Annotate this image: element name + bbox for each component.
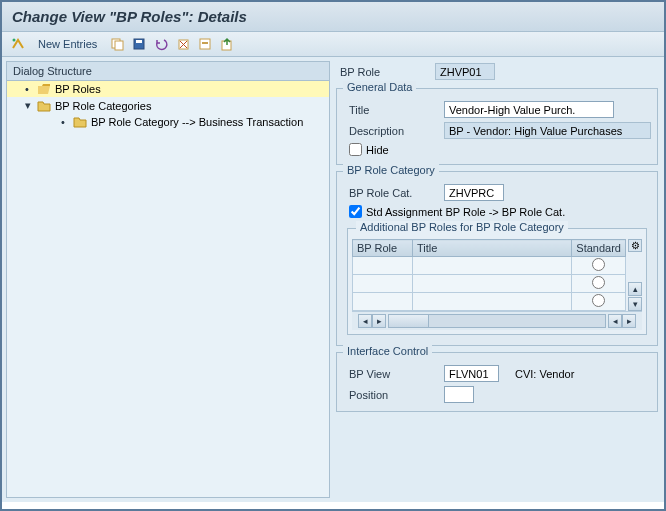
std-radio[interactable] xyxy=(592,276,605,289)
title-input[interactable] xyxy=(444,101,614,118)
toolbar: New Entries xyxy=(2,32,664,57)
vertical-scrollbar[interactable]: ⚙ ▴ ▾ xyxy=(628,239,642,311)
svg-rect-4 xyxy=(136,40,142,43)
bullet-icon: • xyxy=(61,116,69,128)
hide-label: Hide xyxy=(366,144,389,156)
std-assignment-checkbox[interactable] xyxy=(349,205,362,218)
copy-icon[interactable] xyxy=(109,36,125,52)
export-icon[interactable] xyxy=(219,36,235,52)
interface-control-legend: Interface Control xyxy=(343,345,432,357)
std-assignment-label: Std Assignment BP Role -> BP Role Cat. xyxy=(366,206,565,218)
tree-label: BP Role Categories xyxy=(55,100,151,112)
table-config-icon[interactable]: ⚙ xyxy=(628,239,642,252)
undo-icon[interactable] xyxy=(153,36,169,52)
col-title[interactable]: Title xyxy=(413,240,572,257)
additional-bp-roles-box: Additional BP Roles for BP Role Category… xyxy=(347,228,647,335)
description-value: BP - Vendor: High Value Purchases xyxy=(444,122,651,139)
tree-label: BP Roles xyxy=(55,83,101,95)
scroll-left-icon[interactable]: ▸ xyxy=(372,314,386,328)
select-icon[interactable] xyxy=(197,36,213,52)
dialog-structure-header: Dialog Structure xyxy=(7,62,329,81)
page-header: Change View "BP Roles": Details xyxy=(2,2,664,32)
svg-rect-2 xyxy=(115,41,123,50)
description-label: Description xyxy=(343,125,438,137)
bp-role-category-legend: BP Role Category xyxy=(343,164,439,176)
right-panel: BP Role ZHVP01 General Data Title Descri… xyxy=(334,57,664,502)
scroll-up-icon[interactable]: ▴ xyxy=(628,282,642,296)
page-title: Change View "BP Roles": Details xyxy=(12,8,247,25)
bullet-icon: • xyxy=(25,83,33,95)
scroll-right-icon[interactable]: ◂ xyxy=(608,314,622,328)
bp-role-label: BP Role xyxy=(334,66,429,78)
additional-bp-roles-legend: Additional BP Roles for BP Role Category xyxy=(356,221,568,233)
table-row[interactable] xyxy=(353,293,626,311)
tree-item-bp-role-cat-bt[interactable]: • BP Role Category --> Business Transact… xyxy=(7,114,329,130)
position-label: Position xyxy=(343,389,438,401)
bp-view-desc: CVI: Vendor xyxy=(515,368,574,380)
save-icon[interactable] xyxy=(131,36,147,52)
bp-view-input[interactable] xyxy=(444,365,499,382)
tree-label: BP Role Category --> Business Transactio… xyxy=(91,116,303,128)
expand-icon[interactable]: ▾ xyxy=(25,99,33,112)
table-row[interactable] xyxy=(353,275,626,293)
horizontal-scrollbar[interactable]: ◂ ▸ ◂ ▸ xyxy=(352,311,642,330)
col-bprole[interactable]: BP Role xyxy=(353,240,413,257)
scroll-last-icon[interactable]: ▸ xyxy=(622,314,636,328)
scroll-down-icon[interactable]: ▾ xyxy=(628,297,642,311)
tree-item-bp-roles[interactable]: • BP Roles xyxy=(7,81,329,97)
folder-icon xyxy=(73,116,87,128)
hide-checkbox[interactable] xyxy=(349,143,362,156)
additional-roles-table: BP Role Title Standard xyxy=(352,239,626,311)
bp-role-cat-label: BP Role Cat. xyxy=(343,187,438,199)
folder-open-icon xyxy=(37,83,51,95)
left-panel: Dialog Structure • BP Roles ▾ BP Role Ca… xyxy=(2,57,334,502)
delete-icon[interactable] xyxy=(175,36,191,52)
interface-control-group: Interface Control BP View CVI: Vendor Po… xyxy=(336,352,658,412)
toggle-icon[interactable] xyxy=(10,36,26,52)
new-entries-button[interactable]: New Entries xyxy=(32,38,103,50)
bp-role-row: BP Role ZHVP01 xyxy=(334,61,660,82)
svg-point-0 xyxy=(13,39,16,42)
content-area: Dialog Structure • BP Roles ▾ BP Role Ca… xyxy=(2,57,664,502)
position-input[interactable] xyxy=(444,386,474,403)
dialog-structure: Dialog Structure • BP Roles ▾ BP Role Ca… xyxy=(6,61,330,498)
std-radio[interactable] xyxy=(592,258,605,271)
std-radio[interactable] xyxy=(592,294,605,307)
general-data-legend: General Data xyxy=(343,81,416,93)
bp-role-value: ZHVP01 xyxy=(435,63,495,80)
scroll-first-icon[interactable]: ◂ xyxy=(358,314,372,328)
svg-rect-7 xyxy=(202,42,208,44)
folder-icon xyxy=(37,100,51,112)
general-data-group: General Data Title Description BP - Vend… xyxy=(336,88,658,165)
bp-role-category-group: BP Role Category BP Role Cat. Std Assign… xyxy=(336,171,658,346)
tree-item-bp-role-categories[interactable]: ▾ BP Role Categories xyxy=(7,97,329,114)
table-row[interactable] xyxy=(353,257,626,275)
bp-view-label: BP View xyxy=(343,368,438,380)
bp-role-cat-input[interactable] xyxy=(444,184,504,201)
title-label: Title xyxy=(343,104,438,116)
col-standard[interactable]: Standard xyxy=(572,240,626,257)
